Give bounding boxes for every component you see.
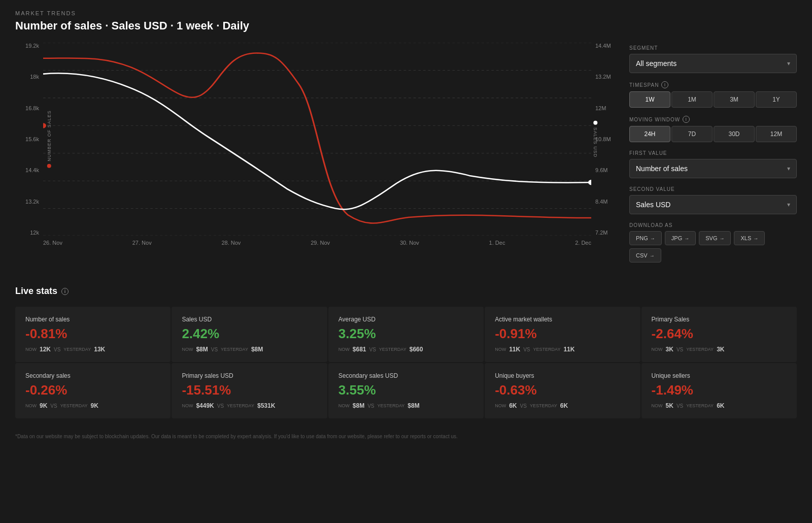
stat-card-primary-sales: Primary Sales -2.64% NOW 3K VS YESTERDAY… xyxy=(641,307,797,362)
x-label-5: 30. Nov xyxy=(400,240,419,246)
y-axis-right: 14.4M 13.2M 12M 10.8M 9.6M 8.4M 7.2M xyxy=(591,43,619,236)
moving-window-label: MOVING WINDOW i xyxy=(629,116,797,123)
stat-vs-2: NOW $8M VS YESTERDAY $8M xyxy=(182,346,317,353)
stat-value-10: -1.49% xyxy=(652,382,787,398)
y-left-label-4: 15.6k xyxy=(25,136,39,142)
stat-card-sales-usd: Sales USD 2.42% NOW $8M VS YESTERDAY $8M xyxy=(172,307,327,362)
moving-window-btn-30d[interactable]: 30D xyxy=(714,126,755,142)
second-value-select[interactable]: Sales USD ▾ xyxy=(629,195,797,214)
stat-name-1: Number of sales xyxy=(25,316,160,323)
timespan-btn-1m[interactable]: 1M xyxy=(671,91,713,108)
second-value-value: Sales USD xyxy=(636,201,670,209)
timespan-group: TIMESPAN i 1W 1M 3M 1Y xyxy=(629,81,797,108)
moving-window-group: MOVING WINDOW i 24H 7D 30D 12M xyxy=(629,116,797,142)
x-label-6: 1. Dec xyxy=(489,240,505,246)
stat-name-8: Secondary sales USD xyxy=(339,372,473,379)
first-value-select[interactable]: Number of sales ▾ xyxy=(629,159,797,178)
stat-card-secondary-sales: Secondary sales -0.26% NOW 9K VS YESTERD… xyxy=(15,363,171,418)
moving-window-info-icon[interactable]: i xyxy=(683,116,690,123)
segment-chevron-icon: ▾ xyxy=(787,60,790,67)
stat-name-2: Sales USD xyxy=(182,316,317,323)
x-label-4: 29. Nov xyxy=(311,240,330,246)
timespan-label: TIMESPAN i xyxy=(629,81,797,88)
download-csv-btn[interactable]: CSV → xyxy=(629,248,661,263)
red-dot-left xyxy=(47,164,51,168)
x-label-7: 2. Dec xyxy=(575,240,591,246)
download-label: DOWNLOAD AS xyxy=(629,222,797,228)
chart-svg-area: NUMBER OF SALES SALES USD xyxy=(43,43,591,236)
stat-name-3: Average USD xyxy=(339,316,473,323)
first-value-group: First value Number of sales ▾ xyxy=(629,150,797,178)
stat-vs-6: NOW 9K VS YESTERDAY 9K xyxy=(25,402,160,409)
svg-arrow-icon: → xyxy=(719,236,724,241)
live-stats-info-icon[interactable]: i xyxy=(61,288,69,295)
stat-name-4: Active market wallets xyxy=(495,316,630,323)
stat-card-number-of-sales: Number of sales -0.81% NOW 12K VS YESTER… xyxy=(15,307,171,362)
stat-value-5: -2.64% xyxy=(652,326,787,342)
footer-note: *Data on our website may be subject to b… xyxy=(15,429,797,439)
stat-card-unique-sellers: Unique sellers -1.49% NOW 5K VS YESTERDA… xyxy=(641,363,797,418)
download-buttons: PNG → JPG → SVG → XLS → CSV → xyxy=(629,231,797,263)
timespan-btn-1w[interactable]: 1W xyxy=(629,91,670,108)
stat-value-4: -0.91% xyxy=(495,326,630,342)
stat-value-3: 3.25% xyxy=(339,326,473,342)
app-title: MARKET TRENDS xyxy=(15,10,797,16)
svg-point-8 xyxy=(43,123,46,128)
stat-name-10: Unique sellers xyxy=(652,372,787,379)
y-label-left-text: NUMBER OF SALES xyxy=(47,110,52,161)
y-left-label-7: 12k xyxy=(30,230,39,236)
moving-window-btn-12m[interactable]: 12M xyxy=(756,126,797,142)
y-left-label-5: 14.4k xyxy=(25,167,39,173)
main-chart: 19.2k 18k 16.8k 15.6k 14.4k 13.2k 12k xyxy=(15,43,619,256)
stat-name-5: Primary Sales xyxy=(652,316,787,323)
timespan-btn-1y[interactable]: 1Y xyxy=(756,91,797,108)
moving-window-btn-24h[interactable]: 24H xyxy=(629,126,670,142)
stat-value-6: -0.26% xyxy=(25,382,160,398)
stat-vs-8: NOW $8M VS YESTERDAY $8M xyxy=(339,402,473,409)
stat-vs-1: NOW 12K VS YESTERDAY 13K xyxy=(25,346,160,353)
stats-grid-row2: Secondary sales -0.26% NOW 9K VS YESTERD… xyxy=(15,363,797,418)
segment-select[interactable]: All segments ▾ xyxy=(629,54,797,73)
download-png-btn[interactable]: PNG → xyxy=(629,231,662,245)
y-left-label-6: 13.2k xyxy=(25,199,39,205)
stat-value-2: 2.42% xyxy=(182,326,317,342)
download-svg-btn[interactable]: SVG → xyxy=(699,231,731,245)
y-left-label-2: 18k xyxy=(30,74,39,80)
stat-card-primary-sales-usd: Primary sales USD -15.51% NOW $449K VS Y… xyxy=(172,363,327,418)
y-right-label-4: 10.8M xyxy=(595,136,611,142)
download-xls-btn[interactable]: XLS → xyxy=(734,231,765,245)
second-value-chevron-icon: ▾ xyxy=(787,201,790,208)
timespan-btn-3m[interactable]: 3M xyxy=(714,91,755,108)
chart-subtitle: Number of sales · Sales USD · 1 week · D… xyxy=(15,19,797,32)
y-right-label-3: 12M xyxy=(595,105,606,111)
y-left-label-3: 16.8k xyxy=(25,105,39,111)
second-value-group: Second value Sales USD ▾ xyxy=(629,186,797,214)
second-value-label: Second value xyxy=(629,186,797,192)
x-label-3: 28. Nov xyxy=(221,240,241,246)
stat-value-1: -0.81% xyxy=(25,326,160,342)
stat-card-secondary-sales-usd: Secondary sales USD 3.55% NOW $8M VS YES… xyxy=(328,363,484,418)
moving-window-btn-7d[interactable]: 7D xyxy=(671,126,713,142)
stat-card-unique-buyers: Unique buyers -0.63% NOW 6K VS YESTERDAY… xyxy=(485,363,640,418)
first-value-chevron-icon: ▾ xyxy=(787,165,790,172)
x-axis: 26. Nov 27. Nov 28. Nov 29. Nov 30. Nov … xyxy=(43,236,591,256)
download-jpg-btn[interactable]: JPG → xyxy=(665,231,696,245)
xls-arrow-icon: → xyxy=(753,236,758,241)
download-group: DOWNLOAD AS PNG → JPG → SVG → XLS → CSV … xyxy=(629,222,797,263)
x-label-2: 27. Nov xyxy=(132,240,152,246)
stat-card-active-wallets: Active market wallets -0.91% NOW 11K VS … xyxy=(485,307,640,362)
stat-value-9: -0.63% xyxy=(495,382,630,398)
stat-vs-9: NOW 6K VS YESTERDAY 6K xyxy=(495,402,630,409)
stats-grid-row1: Number of sales -0.81% NOW 12K VS YESTER… xyxy=(15,307,797,362)
controls-panel: Segment All segments ▾ TIMESPAN i 1W 1M … xyxy=(629,43,797,271)
segment-value: All segments xyxy=(636,59,676,68)
live-stats-title: Live stats i xyxy=(15,286,797,297)
stat-name-7: Primary sales USD xyxy=(182,372,317,379)
x-label-1: 26. Nov xyxy=(43,240,62,246)
stat-name-6: Secondary sales xyxy=(25,372,160,379)
timespan-info-icon[interactable]: i xyxy=(661,81,668,88)
stat-vs-3: NOW $681 VS YESTERDAY $660 xyxy=(339,346,473,353)
segment-group: Segment All segments ▾ xyxy=(629,45,797,73)
stat-vs-5: NOW 3K VS YESTERDAY 3K xyxy=(652,346,787,353)
stat-card-average-usd: Average USD 3.25% NOW $681 VS YESTERDAY … xyxy=(328,307,484,362)
